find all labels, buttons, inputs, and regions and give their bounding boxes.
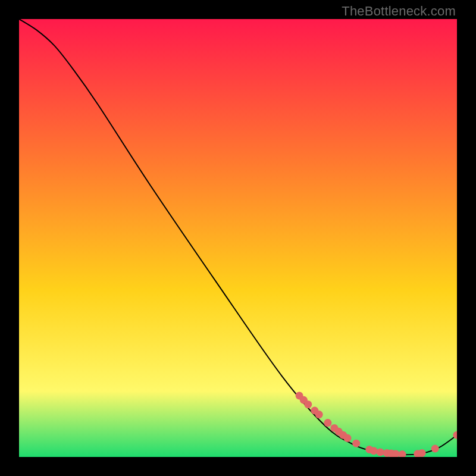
data-marker: [304, 400, 312, 408]
chart-stage: TheBottleneck.com: [0, 0, 476, 476]
data-marker: [370, 447, 378, 455]
data-marker: [431, 445, 439, 453]
data-marker: [344, 434, 352, 442]
plot-area: [19, 19, 457, 457]
watermark-text: TheBottleneck.com: [342, 4, 456, 19]
chart-svg: [19, 19, 457, 457]
data-marker: [324, 419, 331, 427]
data-marker: [418, 449, 426, 457]
data-marker: [315, 411, 323, 418]
data-marker: [377, 448, 384, 456]
data-marker: [352, 440, 360, 447]
